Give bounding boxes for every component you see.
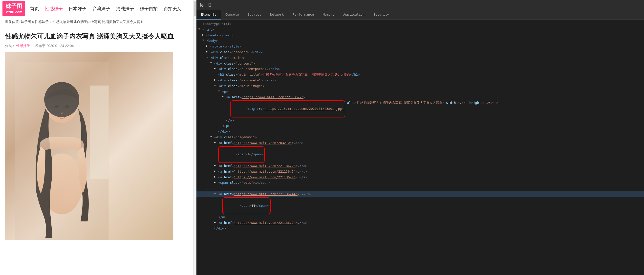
site-logo[interactable]: 妹子图 Mzitu.com <box>2 1 25 16</box>
logo-line2: Mzitu.com <box>6 10 22 14</box>
category-label: 分类： 性感妹子 <box>5 44 30 48</box>
html-line-close-pagenavi[interactable]: </div> <box>196 226 644 231</box>
triangle-content[interactable] <box>210 61 214 65</box>
svg-rect-7 <box>209 3 211 7</box>
nav-taiwan[interactable]: 台湾妹子 <box>92 6 110 12</box>
article-meta: 分类： 性感妹子 发布于 2020-01-24 22:04 <box>5 44 191 48</box>
tab-sources[interactable]: Sources <box>243 10 266 20</box>
triangle-pagenavi[interactable] <box>210 135 214 139</box>
html-line-dots[interactable]: <span class="dots">…</span> <box>196 180 644 186</box>
site-content: 性感尤物朱可儿血滴子内衣写真 泌涌美胸又大又挺令人喷血 分类： 性感妹子 发布于… <box>0 27 196 275</box>
triangle-span-44 <box>218 197 222 201</box>
triangle-main[interactable] <box>206 55 210 59</box>
triangle-head[interactable] <box>202 33 206 37</box>
html-line-span-44[interactable]: <span>44</span> <box>196 197 644 214</box>
html-line-a-221136-4[interactable]: <a href="https://www.mzitu.com/221136/4"… <box>196 175 644 180</box>
triangle-a-3[interactable] <box>214 169 218 173</box>
html-line-span-1[interactable]: <span>1</span> <box>196 146 644 163</box>
triangle-a-4[interactable] <box>214 175 218 179</box>
cursor-icon[interactable] <box>198 2 205 9</box>
triangle-close-div1 <box>214 129 218 133</box>
devtools-tabs: Elements Console Sources Network Perform… <box>196 10 644 20</box>
triangle-header[interactable] <box>206 50 210 54</box>
nav-sexy[interactable]: 性感妹子 <box>45 6 63 12</box>
triangle-h2 <box>214 72 218 76</box>
article-image-placeholder <box>5 52 173 240</box>
devtools-toolbar <box>196 0 644 10</box>
html-line-html[interactable]: <html> <box>196 27 644 33</box>
html-line-pagenavi[interactable]: <div class="pagenavi"> <box>196 135 644 140</box>
nav-japan[interactable]: 日本妹子 <box>69 6 86 12</box>
triangle-main-image[interactable] <box>214 84 218 88</box>
tab-memory[interactable]: Memory <box>318 10 339 20</box>
tab-security[interactable]: Security <box>369 10 394 20</box>
scrollbar-thumb[interactable] <box>194 1 196 16</box>
site-header: 妹子图 Mzitu.com 首页 性感妹子 日本妹子 台湾妹子 清纯妹子 妹子自… <box>0 0 196 17</box>
html-line-close-p[interactable]: </p> <box>196 123 644 129</box>
html-line-close-main-image[interactable]: </div> <box>196 129 644 135</box>
triangle-style[interactable] <box>206 44 210 48</box>
devtools-content[interactable]: <!doctype html> <html> <head>…</head> <b… <box>196 20 644 275</box>
html-line-content-div[interactable]: <div class="content"> <box>196 61 644 67</box>
mobile-icon[interactable] <box>206 2 213 9</box>
tab-performance[interactable]: Performance <box>288 10 318 20</box>
triangle-p[interactable] <box>218 89 222 93</box>
tab-application[interactable]: Application <box>339 10 369 20</box>
tab-network[interactable]: Network <box>266 10 288 20</box>
html-line-close-a[interactable]: </a> <box>196 118 644 123</box>
tab-elements[interactable]: Elements <box>196 10 221 20</box>
html-line-p[interactable]: <p> <box>196 89 644 95</box>
triangle-html[interactable] <box>198 27 202 31</box>
html-line-head[interactable]: <head>…</head> <box>196 33 644 38</box>
html-line-currentpath[interactable]: <div class="currentpath">…</div> <box>196 66 644 72</box>
devtools-panel: Elements Console Sources Network Perform… <box>196 0 644 275</box>
nav-street[interactable]: 街拍美女 <box>164 6 182 12</box>
triangle-currentpath[interactable] <box>214 67 218 71</box>
nav-pure[interactable]: 清纯妹子 <box>116 6 134 12</box>
triangle-dots[interactable] <box>214 180 218 184</box>
html-line-doctype[interactable]: <!doctype html> <box>196 21 644 27</box>
span-1-oval: <span>1</span> <box>218 146 265 163</box>
html-line-a-221136-3[interactable]: <a href="https://www.mzitu.com/221136/3"… <box>196 169 644 175</box>
html-line-h2[interactable]: <h2 class="main-title">性感尤物朱可儿血滴子内衣写真 泌涌… <box>196 72 644 78</box>
category-value[interactable]: 性感妹子 <box>16 44 30 48</box>
html-line-header-div[interactable]: <div class="header">…</div> <box>196 50 644 55</box>
date-label: 发布于 2020-01-24 22:04 <box>35 44 74 48</box>
triangle-close-a-44 <box>214 215 218 219</box>
triangle-main-meta[interactable] <box>214 78 218 82</box>
website-panel: 妹子图 Mzitu.com 首页 性感妹子 日本妹子 台湾妹子 清纯妹子 妹子自… <box>0 0 196 275</box>
logo-line1: 妹子图 <box>6 3 22 10</box>
person-image <box>12 62 111 240</box>
tab-console[interactable]: Console <box>221 10 244 20</box>
website-scrollbar[interactable] <box>193 0 196 275</box>
html-line-main-meta[interactable]: <div class="main-meta">…</div> <box>196 78 644 83</box>
html-line-main-image[interactable]: <div class="main-image"> <box>196 83 644 89</box>
html-line-main-div[interactable]: <div class="main"> <box>196 55 644 61</box>
html-line-a-221136-2[interactable]: <a href="https://www.mzitu.com/221136/2"… <box>196 163 644 169</box>
triangle-a-203210[interactable] <box>214 140 218 144</box>
nav-home[interactable]: 首页 <box>30 6 39 12</box>
html-line-a-203210[interactable]: <a href="https://www.mzitu.com/203210">…… <box>196 140 644 146</box>
html-line-a-link[interactable]: <a href="https://www.mzitu.com/221136/2"… <box>196 95 644 100</box>
triangle-empty <box>198 22 202 26</box>
breadcrumb: 当前位置: 妹子图 » 性感妹子 » 性感尤物朱可儿血滴子内衣写真 泌涌美胸又大… <box>0 17 196 27</box>
html-line-ellipsis: ... <box>196 186 644 191</box>
html-line-a-44[interactable]: <a href="https://www.mzitu.com/221136/44… <box>196 191 644 197</box>
site-nav: 首页 性感妹子 日本妹子 台湾妹子 清纯妹子 妹子自拍 街拍美女 <box>30 6 182 12</box>
triangle-a-44[interactable] <box>214 192 218 196</box>
html-line-close-a-44[interactable]: </a> <box>196 214 644 220</box>
triangle-a-2b[interactable] <box>214 220 218 224</box>
triangle-a[interactable] <box>222 95 226 99</box>
nav-selfie[interactable]: 妹子自拍 <box>140 6 158 12</box>
triangle-body[interactable] <box>202 38 206 42</box>
triangle-span-1 <box>214 146 218 150</box>
triangle-close-p <box>218 123 222 127</box>
span-44-oval: <span>44</span> <box>222 197 270 214</box>
svg-rect-6 <box>90 86 109 179</box>
html-line-style[interactable]: <style>…</style> <box>196 44 644 50</box>
html-line-a-221136-2b[interactable]: <a href="https://www.mzitu.com/221136/2"… <box>196 220 644 226</box>
triangle-a-2[interactable] <box>214 163 218 167</box>
html-line-img[interactable]: <img src="https://i5.mmzztt.com/2020/01/… <box>196 100 644 117</box>
article-image-wrapper <box>5 52 191 245</box>
html-line-body[interactable]: <body> <box>196 38 644 44</box>
